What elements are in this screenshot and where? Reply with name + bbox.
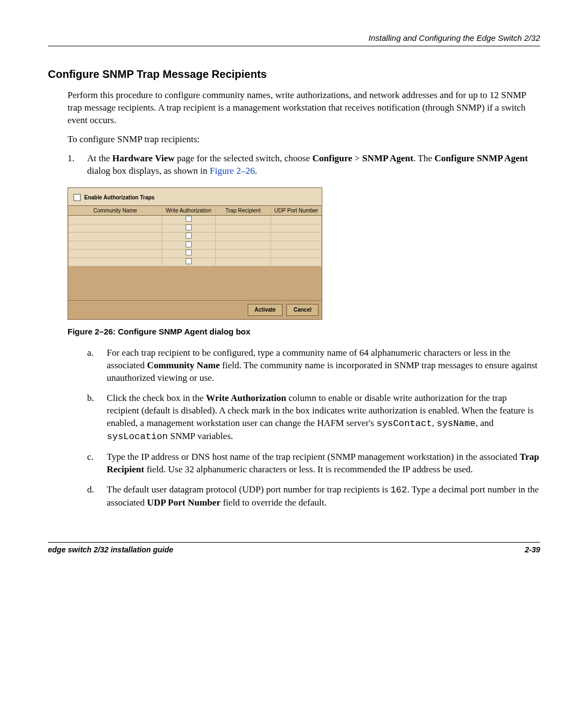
footer-page-number: 2-39 [525, 545, 540, 555]
write-auth-checkbox[interactable] [186, 216, 192, 222]
community-name-field[interactable] [69, 249, 162, 258]
substep-a: a. For each trap recipient to be configu… [87, 347, 540, 385]
substep-b-text: Click the check box in the Write Authori… [107, 393, 534, 441]
udp-port-field[interactable] [271, 258, 321, 266]
substep-d: d. The default user datagram protocol (U… [87, 484, 540, 509]
table-row [69, 233, 322, 241]
intro-paragraph-2: To configure SNMP trap recipients: [68, 133, 540, 146]
figure-caption: Figure 2–26: Configure SNMP Agent dialog… [68, 326, 540, 337]
figure-2-26: Enable Authorization Traps Community Nam… [68, 187, 540, 320]
table-row [69, 216, 322, 224]
col-udp-port-number: UDP Port Number [271, 205, 321, 216]
footer-title: edge switch 2/32 installation guide [48, 545, 173, 555]
col-community-name: Community Name [69, 205, 162, 216]
col-write-authorization: Write Authorization [162, 205, 216, 216]
enable-auth-traps-label: Enable Authorization Traps [84, 194, 155, 200]
community-name-field[interactable] [69, 233, 162, 241]
activate-button[interactable]: Activate [248, 304, 283, 316]
section-heading: Configure SNMP Trap Message Recipients [48, 67, 540, 82]
enable-auth-traps-checkbox[interactable] [74, 194, 81, 201]
intro-paragraph-1: Perform this procedure to configure comm… [68, 89, 540, 127]
community-name-field[interactable] [69, 258, 162, 266]
substep-b-marker: b. [87, 392, 94, 405]
dialog-button-bar: Activate Cancel [68, 300, 322, 319]
configure-snmp-agent-dialog: Enable Authorization Traps Community Nam… [68, 187, 322, 320]
substep-c-text: Type the IP address or DNS host name of … [107, 452, 539, 474]
step-1: 1. At the Hardware View page for the sel… [68, 153, 540, 178]
community-name-field[interactable] [69, 224, 162, 233]
community-name-field[interactable] [69, 216, 162, 224]
figure-link[interactable]: Figure 2–26 [210, 166, 255, 176]
step-1-marker: 1. [68, 153, 75, 165]
snmp-table: Community Name Write Authorization Trap … [68, 205, 322, 267]
udp-port-field[interactable] [271, 249, 321, 258]
write-auth-checkbox[interactable] [186, 241, 192, 247]
table-row [69, 241, 322, 249]
trap-recipient-field[interactable] [215, 241, 271, 249]
cancel-button[interactable]: Cancel [286, 304, 318, 316]
write-auth-checkbox[interactable] [186, 258, 192, 264]
page-footer: edge switch 2/32 installation guide 2-39 [48, 542, 540, 555]
table-header-row: Community Name Write Authorization Trap … [69, 205, 322, 216]
write-auth-checkbox[interactable] [186, 233, 192, 239]
substep-c-marker: c. [87, 451, 94, 464]
trap-recipient-field[interactable] [215, 233, 271, 241]
running-header: Installing and Configuring the Edge Swit… [48, 33, 540, 46]
col-trap-recipient: Trap Recipient [215, 205, 271, 216]
substep-d-text: The default user datagram protocol (UDP)… [107, 484, 539, 508]
substep-a-marker: a. [87, 347, 94, 360]
dialog-spacer [68, 266, 322, 300]
substep-c: c. Type the IP address or DNS host name … [87, 451, 540, 476]
step-1-text: At the Hardware View page for the select… [87, 153, 528, 176]
table-row [69, 249, 322, 258]
udp-port-field[interactable] [271, 216, 321, 224]
trap-recipient-field[interactable] [215, 224, 271, 233]
udp-port-field[interactable] [271, 224, 321, 233]
table-row [69, 258, 322, 266]
substep-d-marker: d. [87, 484, 94, 496]
trap-recipient-field[interactable] [215, 249, 271, 258]
table-row [69, 224, 322, 233]
write-auth-checkbox[interactable] [186, 249, 192, 255]
trap-recipient-field[interactable] [215, 216, 271, 224]
substep-a-text: For each trap recipient to be configured… [107, 348, 537, 383]
trap-recipient-field[interactable] [215, 258, 271, 266]
substep-b: b. Click the check box in the Write Auth… [87, 392, 540, 443]
udp-port-field[interactable] [271, 241, 321, 249]
dialog-top-panel: Enable Authorization Traps [68, 188, 322, 205]
udp-port-field[interactable] [271, 233, 321, 241]
write-auth-checkbox[interactable] [186, 224, 192, 230]
community-name-field[interactable] [69, 241, 162, 249]
